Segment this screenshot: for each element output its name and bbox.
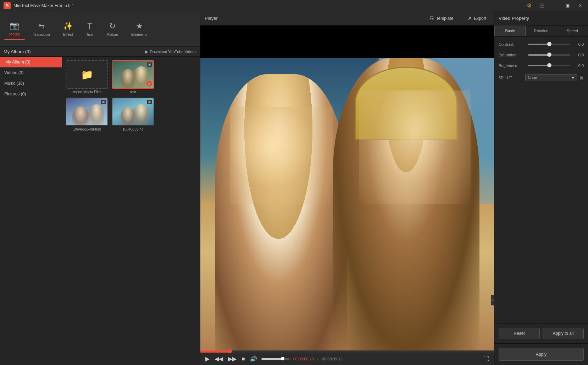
media-icon: 📷 (10, 21, 19, 31)
library-header: My Album (3) ▶ Download YouTube Videos (0, 47, 200, 57)
tab-rotation[interactable]: Rotation (526, 26, 557, 36)
toolbar: 📷 Media ⇋ Transition ✨ Effect T Text ↻ M… (0, 11, 200, 47)
transition-icon: ⇋ (38, 22, 45, 31)
maximize-button[interactable]: ▣ (563, 1, 572, 10)
reset-button[interactable]: Reset (499, 328, 540, 339)
mute-button[interactable]: 🔊 (249, 355, 258, 363)
progress-bar[interactable] (200, 350, 494, 353)
toolbar-elements-label: Elements (131, 32, 148, 37)
property-tabs: Basic Rotation Speed (494, 26, 588, 37)
lut-delete-icon[interactable]: 🗑 (579, 75, 584, 80)
fullscreen-button[interactable]: ⛶ (483, 355, 490, 363)
player-header: Player ☶ Template ↗ Export (200, 11, 494, 26)
saturation-fill (528, 54, 549, 56)
export-label: Export (474, 16, 486, 21)
window-controls: ⚙ ☰ ― ▣ ✕ (525, 1, 584, 10)
minimize-button[interactable]: ― (550, 1, 559, 10)
player-controls: ▶ ◀◀ ▶▶ ■ 🔊 00:00:00.20 / 00:00:09.13 ⛶ (200, 353, 494, 365)
contrast-handle[interactable] (547, 42, 551, 46)
toolbar-elements[interactable]: ★ Elements (126, 19, 153, 39)
progress-handle[interactable] (228, 349, 232, 353)
contrast-row: Contrast: 0.0 (499, 42, 584, 46)
effect-icon: ✨ (63, 22, 73, 31)
tab-speed[interactable]: Speed (557, 26, 588, 36)
toolbar-text[interactable]: T Text (81, 19, 99, 39)
hd-label: 10646855-hd (123, 127, 144, 131)
download-label: Download YouTube Videos (150, 50, 197, 54)
volume-slider[interactable] (261, 358, 290, 360)
volume-handle[interactable] (281, 357, 284, 360)
apply-section: Apply (494, 343, 588, 365)
apply-button[interactable]: Apply (499, 348, 584, 361)
brightness-slider[interactable] (528, 65, 570, 66)
import-media-thumb[interactable]: 📁 (66, 60, 108, 89)
saturation-slider[interactable] (528, 54, 570, 56)
media-thumb-hd[interactable]: ▣ (112, 98, 154, 126)
template-icon: ☶ (429, 16, 434, 21)
template-label: Template (436, 16, 454, 21)
titlebar: M MiniTool MovieMaker Free 5.0.1 ⚙ ☰ ― ▣… (0, 0, 588, 11)
prev-frame-button[interactable]: ◀◀ (214, 355, 224, 363)
left-panel: 📷 Media ⇋ Transition ✨ Effect T Text ↻ M… (0, 11, 200, 365)
main-container: 📷 Media ⇋ Transition ✨ Effect T Text ↻ M… (0, 11, 588, 365)
contrast-slider[interactable] (528, 44, 570, 45)
toolbar-effect[interactable]: ✨ Effect (57, 19, 79, 39)
elements-icon: ★ (136, 22, 143, 31)
lut-row: 3D LUT: None ▼ 🗑 (499, 74, 584, 81)
property-body: Contrast: 0.0 Saturation: 0.0 Brightness… (494, 37, 588, 323)
library-nav: My Album (3) Videos (3) Music (18) Pictu… (0, 57, 62, 365)
hd-test-label: 10646855-hd-test (73, 127, 101, 131)
property-actions: Reset Apply to all (494, 323, 588, 343)
nav-my-album[interactable]: My Album (3) (0, 57, 62, 67)
player-title: Player (205, 16, 419, 21)
list-item: ▣ 10646855-hd (112, 98, 154, 131)
media-thumb-test[interactable]: ▣ ✓ (112, 60, 154, 89)
lut-label: 3D LUT: (499, 76, 525, 80)
download-youtube-btn[interactable]: ▶ Download YouTube Videos (145, 49, 197, 54)
video-badge: ▣ (147, 62, 152, 67)
play-button[interactable]: ▶ (205, 355, 210, 363)
apply-to-all-button[interactable]: Apply to all (543, 328, 584, 339)
toolbar-transition-label: Transition (33, 32, 50, 37)
saturation-handle[interactable] (547, 52, 551, 57)
toolbar-media[interactable]: 📷 Media (4, 18, 26, 40)
media-thumb-hd-test[interactable]: ▣ (66, 98, 108, 126)
hamburger-menu-icon[interactable]: ☰ (538, 1, 546, 10)
next-frame-button[interactable]: ▶▶ (227, 355, 237, 363)
close-button[interactable]: ✕ (576, 1, 584, 10)
brightness-label: Brightness: (499, 63, 525, 68)
list-item: ▣ 10646855-hd-test (66, 98, 108, 131)
video-badge: ▣ (101, 100, 106, 104)
motion-icon: ↻ (109, 22, 116, 31)
list-item: ▣ ✓ test (112, 60, 154, 94)
current-time: 00:00:00.20 (293, 357, 314, 361)
export-button[interactable]: ↗ Export (464, 14, 490, 23)
contrast-fill (528, 44, 549, 45)
nav-music[interactable]: Music (18) (0, 78, 62, 89)
template-button[interactable]: ☶ Template (426, 14, 457, 23)
folder-icon: 📁 (81, 69, 93, 81)
video-player (200, 26, 494, 350)
lut-select[interactable]: None ▼ (525, 74, 577, 81)
test-video-label: test (130, 90, 136, 94)
text-icon: T (87, 22, 92, 31)
list-item: 📁 Import Media Files (66, 60, 108, 94)
toolbar-motion-label: Motion (106, 32, 118, 37)
panel-expand-icon[interactable]: ‹ (491, 295, 494, 305)
nav-pictures[interactable]: Pictures (0) (0, 89, 62, 99)
app-logo: M (4, 2, 11, 9)
toolbar-text-label: Text (86, 32, 93, 37)
settings-icon[interactable]: ⚙ (525, 1, 533, 10)
brightness-fill (528, 65, 549, 66)
brightness-handle[interactable] (547, 63, 551, 67)
toolbar-transition[interactable]: ⇋ Transition (27, 19, 56, 39)
library-content: My Album (3) Videos (3) Music (18) Pictu… (0, 57, 200, 365)
library-title: My Album (3) (4, 49, 31, 54)
toolbar-motion[interactable]: ↻ Motion (101, 19, 124, 39)
download-icon: ▶ (145, 49, 148, 54)
stop-button[interactable]: ■ (241, 355, 246, 363)
right-panel: Video Property Basic Rotation Speed Cont… (494, 11, 588, 365)
center-panel: Player ☶ Template ↗ Export (200, 11, 494, 365)
tab-basic[interactable]: Basic (494, 26, 526, 36)
nav-videos[interactable]: Videos (3) (0, 67, 62, 78)
